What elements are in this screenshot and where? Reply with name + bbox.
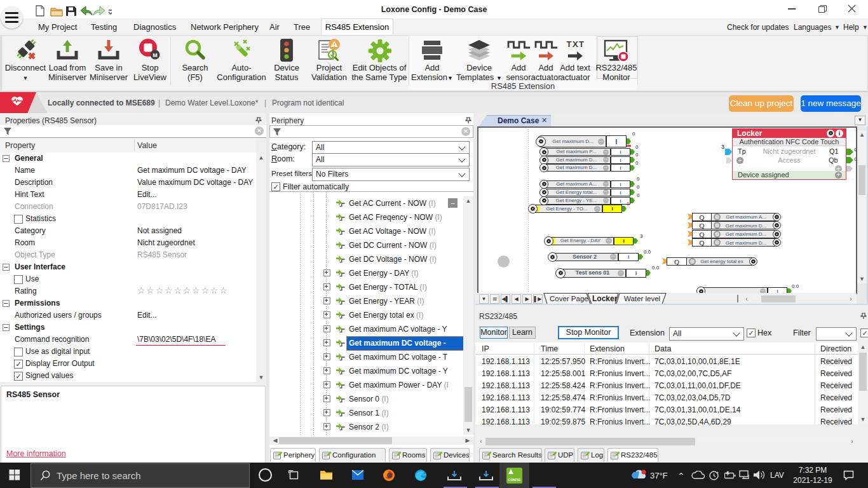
svg-text:TXT: TXT — [566, 39, 585, 49]
svg-text:Water level: Water level — [624, 295, 660, 302]
svg-text:Locker: Locker — [592, 294, 618, 303]
svg-text:Cover Page: Cover Page — [550, 295, 588, 302]
svg-text:M: M — [153, 52, 158, 58]
